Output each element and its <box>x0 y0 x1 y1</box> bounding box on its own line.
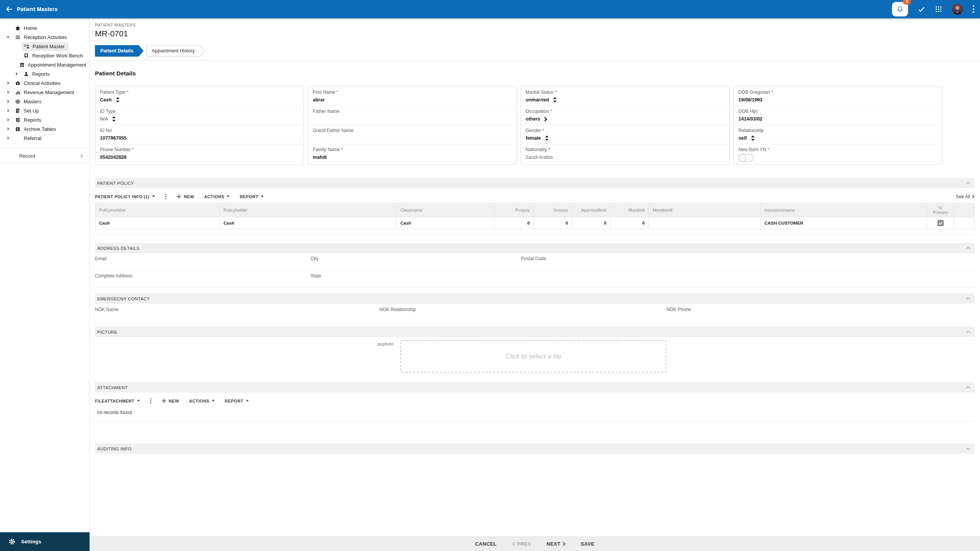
section-auditing-info[interactable]: AUDITING INFO <box>95 443 975 454</box>
report-button[interactable]: REPORT <box>240 194 264 199</box>
section-address-details[interactable]: ADDRESS DETAILS <box>95 243 975 253</box>
select-arrows-icon[interactable] <box>553 97 557 103</box>
sidebar-item-label: Referral <box>24 135 41 141</box>
sidebar-item-revenue-management[interactable]: Revenue Management <box>0 88 89 97</box>
see-all-link[interactable]: See All <box>956 194 975 199</box>
page-title: MR-0701 <box>95 29 975 38</box>
person-icon <box>23 71 29 77</box>
field-complete-address[interactable]: Complete Address <box>95 271 310 288</box>
section-attachment[interactable]: ATTACHMENT <box>95 382 975 393</box>
notification-badge: 3 <box>903 0 911 5</box>
report-button[interactable]: REPORT <box>225 399 249 403</box>
field-state[interactable]: State <box>310 271 521 288</box>
more-vert-icon[interactable] <box>972 5 975 13</box>
sidebar-item-reception-work-bench[interactable]: Reception Work Bench <box>0 51 89 60</box>
section-patient-policy[interactable]: PATIENT POLICY <box>95 178 975 188</box>
sidebar-item-label: Reception Activities <box>24 34 67 40</box>
field-family-name[interactable]: Family Name * mahdi <box>308 144 516 163</box>
next-button[interactable]: NEXT <box>547 541 565 547</box>
select-arrows-icon[interactable] <box>545 135 549 141</box>
bell-icon <box>896 5 904 13</box>
chevron-right-icon <box>79 154 84 158</box>
actions-button[interactable]: ACTIONS <box>189 399 215 403</box>
sidebar-item-home[interactable]: Home <box>0 23 89 33</box>
field-father-name[interactable]: Father Name <box>308 106 516 125</box>
user-avatar[interactable] <box>952 3 963 15</box>
sidebar-item-reports[interactable]: Reports <box>0 115 89 124</box>
settings-bar[interactable]: Settings <box>0 532 90 551</box>
policy-group-selector[interactable]: PATIENT POLICY INFO (1) <box>95 194 155 199</box>
check-icon <box>938 221 943 225</box>
section-emergency-contact[interactable]: EMERGECNY CONTACT <box>95 293 975 304</box>
field-nok-name[interactable]: NOK Name <box>95 304 379 324</box>
field-first-name[interactable]: First Name * abrar <box>308 87 516 106</box>
sidebar-item-appointment-management[interactable]: Appointment Management <box>0 60 89 69</box>
archive-icon <box>15 126 21 132</box>
record-row[interactable]: Record <box>0 148 89 164</box>
field-new-born-yn[interactable]: New Born YN * <box>734 144 942 164</box>
caret-down-icon <box>261 196 264 197</box>
field-id-type[interactable]: ID Type N/A <box>95 106 304 125</box>
top-app-bar: Patient Masters 3 <box>0 0 980 18</box>
sidebar-item-label: Revenue Management <box>24 90 74 95</box>
cancel-button[interactable]: CANCEL <box>475 541 497 547</box>
field-occupation[interactable]: Occupation * others <box>521 106 729 125</box>
sidebar-item-patient-master[interactable]: Patient Master <box>0 42 89 51</box>
section-picture[interactable]: PICTURE <box>95 327 975 337</box>
apps-grid-icon[interactable] <box>935 5 942 13</box>
field-nok-relationship[interactable]: NOK Relationship <box>379 304 666 324</box>
field-id-no[interactable]: ID No 1077967055 <box>95 125 304 144</box>
prev-button[interactable]: PREV <box>512 541 531 547</box>
tasks-check-icon[interactable] <box>917 5 926 13</box>
field-relationship[interactable]: Relationship self <box>734 125 942 144</box>
tab-appointment-history[interactable]: Appointment History <box>146 45 205 57</box>
field-phone-number[interactable]: Phone Number * 0542042828 <box>95 144 304 163</box>
select-arrows-icon[interactable] <box>112 116 116 122</box>
field-city[interactable]: City <box>310 253 521 271</box>
new-button[interactable]: NEW <box>162 398 179 403</box>
notifications-button[interactable]: 3 <box>892 2 908 16</box>
sidebar-item-clinical-activities[interactable]: Clinical Activities <box>0 78 89 88</box>
sidebar-item-label: Archive Tables <box>24 126 56 132</box>
more-vert-icon[interactable] <box>150 398 152 404</box>
field-dob-hijri[interactable]: DOB Hijri 1414/03/02 <box>734 106 942 125</box>
chevron-up-icon <box>966 247 970 249</box>
plus-icon <box>176 194 181 199</box>
is-primary-checkbox[interactable] <box>938 220 944 226</box>
select-arrows-icon[interactable] <box>751 135 755 141</box>
field-nok-phone[interactable]: NOK Phone <box>666 304 975 324</box>
table-row[interactable]: Cash Cash Cash 0 0 0 0 CASH CUSTOMER <box>95 217 975 229</box>
field-postal-code[interactable]: Postal Code <box>521 253 975 271</box>
sidebar-item-referral[interactable]: Referral <box>0 134 89 143</box>
form-card: Patient Type * Cash ID Type N/A ID No 10… <box>95 86 304 165</box>
field-email[interactable]: Email <box>95 253 310 271</box>
field-gender[interactable]: Gender * female <box>521 125 729 144</box>
sidebar-item-reception-reports[interactable]: Reports <box>0 69 89 78</box>
sidebar-item-reception-activities[interactable]: Reception Activities <box>0 33 89 42</box>
field-patient-type[interactable]: Patient Type * Cash <box>95 87 304 106</box>
chevron-right-icon <box>6 81 14 85</box>
back-arrow-icon[interactable] <box>5 5 13 13</box>
chevron-up-icon <box>966 182 970 184</box>
sidebar-item-archive-tables[interactable]: Archive Tables <box>0 124 89 134</box>
footer-action-bar: CANCEL PREV NEXT SAVE <box>90 536 980 551</box>
field-dob-gregorian[interactable]: DOB Gregorian * 19/08/1993 <box>734 87 942 106</box>
save-button[interactable]: SAVE <box>581 541 595 547</box>
new-born-toggle[interactable] <box>738 154 754 162</box>
field-marital-status[interactable]: Marital Status * unmarried <box>521 87 729 106</box>
file-dropzone[interactable]: Click to select a file <box>400 340 666 373</box>
new-button[interactable]: NEW <box>176 194 194 199</box>
sidebar-item-set-up[interactable]: Set Up <box>0 106 89 115</box>
tab-patient-details[interactable]: Patient Details <box>95 45 144 57</box>
patient-policy-toolbar: PATIENT POLICY INFO (1) NEW ACTIONS REPO… <box>95 190 975 203</box>
actions-button[interactable]: ACTIONS <box>204 194 230 199</box>
chevron-right-icon <box>972 194 975 199</box>
picphoto-label: picphoto <box>286 340 394 346</box>
field-grand-father-name[interactable]: Grand Father Name <box>308 125 516 144</box>
sidebar-item-masters[interactable]: Masters <box>0 97 89 106</box>
attachment-group-selector[interactable]: FILEATTACHMENT <box>95 399 140 403</box>
field-nationality[interactable]: Nationality * Saudi Arabia <box>521 144 729 163</box>
more-vert-icon[interactable] <box>165 194 167 200</box>
chevron-right-icon[interactable] <box>544 117 547 122</box>
select-arrows-icon[interactable] <box>116 97 120 103</box>
